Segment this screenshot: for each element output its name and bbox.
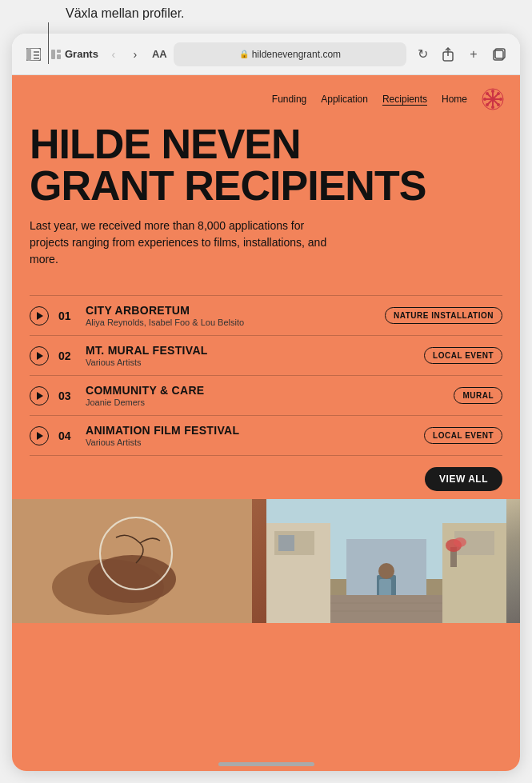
sidebar-toggle-button[interactable] bbox=[22, 42, 46, 66]
recipient-info-3: COMMUNITY & CARE Joanie Demers bbox=[86, 384, 444, 407]
nav-application[interactable]: Application bbox=[321, 94, 368, 105]
nav-recipients[interactable]: Recipients bbox=[382, 94, 427, 105]
svg-rect-35 bbox=[278, 535, 294, 551]
play-button-1[interactable] bbox=[30, 306, 49, 326]
tooltip-text: Växla mellan profiler. bbox=[66, 6, 185, 21]
nav-buttons: ‹ › bbox=[103, 44, 146, 65]
svg-rect-43 bbox=[330, 595, 442, 623]
svg-point-19 bbox=[483, 98, 486, 101]
recipient-item: 03 COMMUNITY & CARE Joanie Demers MURAL bbox=[30, 375, 502, 415]
svg-point-41 bbox=[378, 563, 394, 579]
svg-point-24 bbox=[486, 103, 489, 106]
site-logo[interactable] bbox=[482, 88, 504, 110]
recipient-artists-3: Joanie Demers bbox=[86, 397, 444, 407]
svg-rect-42 bbox=[379, 579, 391, 597]
bookmarks-text: Grants bbox=[65, 48, 98, 60]
website-content: Funding Application Recipients Home bbox=[12, 75, 520, 771]
recipient-tag-1: NATURE INSTALLATION bbox=[385, 307, 502, 324]
view-all-button[interactable]: VIEW ALL bbox=[425, 467, 502, 491]
svg-rect-7 bbox=[57, 54, 61, 59]
bottom-images bbox=[12, 499, 520, 623]
new-tab-button[interactable]: + bbox=[462, 43, 485, 66]
play-button-4[interactable] bbox=[30, 426, 49, 445]
recipient-artists-4: Various Artists bbox=[86, 437, 414, 447]
svg-rect-1 bbox=[26, 48, 31, 61]
recipient-name-2: MT. MURAL FESTIVAL bbox=[86, 344, 414, 357]
recipient-item: 04 ANIMATION FILM FESTIVAL Various Artis… bbox=[30, 415, 502, 456]
recipient-num-3: 03 bbox=[58, 390, 76, 402]
recipient-info-1: CITY ARBORETUM Aliya Reynolds, Isabel Fo… bbox=[86, 304, 375, 327]
recipient-artists-1: Aliya Reynolds, Isabel Foo & Lou Belsito bbox=[86, 318, 375, 327]
recipient-tag-3: MURAL bbox=[454, 387, 502, 404]
recipient-name-3: COMMUNITY & CARE bbox=[86, 384, 444, 397]
hero-title: HILDE NEVEN GRANT RECIPIENTS bbox=[30, 123, 502, 206]
recipient-name-1: CITY ARBORETUM bbox=[86, 304, 375, 317]
hero-description: Last year, we received more than 8,000 a… bbox=[30, 218, 334, 268]
svg-point-23 bbox=[497, 92, 500, 95]
svg-point-20 bbox=[499, 98, 502, 101]
recipient-item: 01 CITY ARBORETUM Aliya Reynolds, Isabel… bbox=[30, 295, 502, 335]
svg-rect-5 bbox=[51, 50, 55, 59]
recipient-num-1: 01 bbox=[58, 310, 76, 322]
text-size-button[interactable]: AA bbox=[152, 48, 167, 60]
recipient-item: 02 MT. MURAL FESTIVAL Various Artists LO… bbox=[30, 335, 502, 375]
svg-point-17 bbox=[491, 90, 494, 93]
recipient-info-4: ANIMATION FILM FESTIVAL Various Artists bbox=[86, 424, 414, 447]
hero-title-line1: HILDE NEVEN bbox=[30, 121, 301, 167]
browser-toolbar: Grants ‹ › AA 🔒 hildenevengrant.com ↻ + bbox=[12, 34, 520, 75]
svg-point-18 bbox=[491, 106, 494, 109]
view-all-row: VIEW ALL bbox=[12, 456, 520, 499]
site-nav: Funding Application Recipients Home bbox=[12, 75, 520, 117]
lock-icon: 🔒 bbox=[239, 50, 249, 58]
play-button-2[interactable] bbox=[30, 346, 49, 366]
recipient-tag-4: LOCAL EVENT bbox=[424, 427, 502, 444]
recipient-artists-2: Various Artists bbox=[86, 358, 414, 367]
share-button[interactable] bbox=[437, 43, 459, 66]
home-indicator bbox=[218, 762, 314, 766]
hero-section: HILDE NEVEN GRANT RECIPIENTS Last year, … bbox=[12, 117, 520, 295]
image-right bbox=[266, 499, 521, 623]
ipad-frame: Grants ‹ › AA 🔒 hildenevengrant.com ↻ + bbox=[12, 34, 520, 771]
recipient-info-2: MT. MURAL FESTIVAL Various Artists bbox=[86, 344, 414, 367]
reload-button[interactable]: ↻ bbox=[411, 43, 434, 66]
play-button-3[interactable] bbox=[30, 386, 49, 405]
svg-point-22 bbox=[497, 103, 500, 106]
nav-home[interactable]: Home bbox=[442, 94, 467, 105]
svg-rect-6 bbox=[57, 50, 61, 53]
address-bar[interactable]: 🔒 hildenevengrant.com bbox=[174, 42, 406, 66]
tabs-button[interactable] bbox=[488, 43, 510, 66]
hero-title-line2: GRANT RECIPIENTS bbox=[30, 162, 426, 209]
recipient-num-4: 04 bbox=[58, 429, 76, 442]
nav-funding[interactable]: Funding bbox=[272, 94, 306, 105]
tooltip-line bbox=[48, 22, 49, 64]
recipient-name-4: ANIMATION FILM FESTIVAL bbox=[86, 424, 414, 437]
browser-action-buttons: ↻ + bbox=[411, 43, 510, 66]
recipients-list: 01 CITY ARBORETUM Aliya Reynolds, Isabel… bbox=[12, 295, 520, 456]
svg-point-21 bbox=[486, 92, 489, 95]
recipient-tag-2: LOCAL EVENT bbox=[424, 347, 502, 364]
image-left bbox=[12, 499, 266, 623]
back-button[interactable]: ‹ bbox=[103, 44, 124, 65]
bookmarks-label[interactable]: Grants bbox=[50, 48, 98, 60]
forward-button[interactable]: › bbox=[125, 44, 146, 65]
svg-point-39 bbox=[454, 537, 466, 547]
recipient-num-2: 02 bbox=[58, 350, 76, 362]
url-text: hildenevengrant.com bbox=[252, 49, 341, 60]
